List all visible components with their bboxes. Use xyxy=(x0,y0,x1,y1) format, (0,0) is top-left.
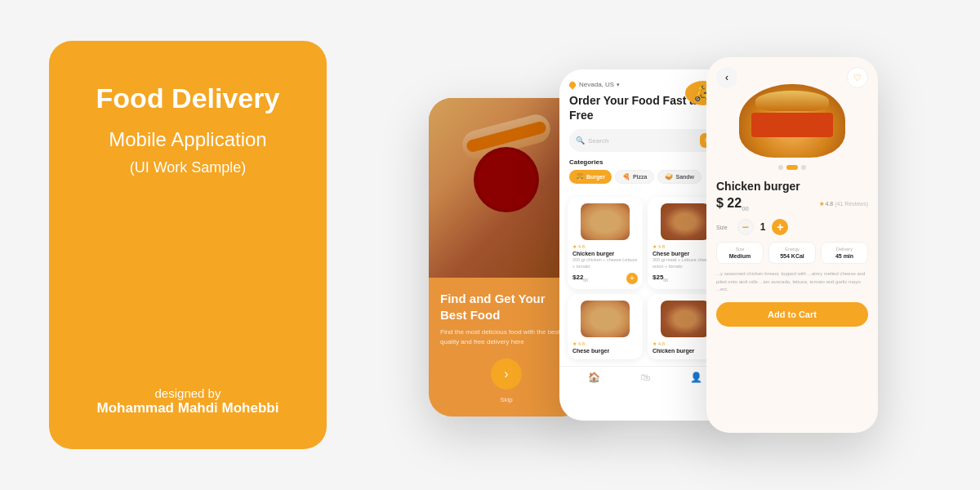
product-price: $ 2200 xyxy=(716,196,749,212)
product-content: Chicken burger $ 2200 ★ 4.8 (41 Reviews)… xyxy=(706,173,878,333)
category-pizza[interactable]: 🍕 Pizza xyxy=(615,170,655,184)
food-card-1: ★ 4.8 Chicken burger 200 gr chicken + ch… xyxy=(568,197,643,288)
food-image-1 xyxy=(581,203,630,240)
chevron-left-icon: ‹ xyxy=(725,72,728,83)
profile-nav-icon[interactable]: 👤 xyxy=(690,372,702,383)
size-spec-label: Size xyxy=(720,247,760,252)
image-dots-indicator xyxy=(706,165,878,170)
onboarding-description: Find the most delicious food with the be… xyxy=(440,327,572,347)
food-name-1: Chicken burger xyxy=(572,251,638,256)
designed-by-label: designed by xyxy=(97,386,279,400)
phone-menu: Nevada, US ▾ Order Your Food Fast and Fr… xyxy=(559,69,731,421)
location-pin-icon xyxy=(568,80,577,89)
quantity-value: 1 xyxy=(760,221,766,233)
delivery-spec-label: Delivery xyxy=(825,247,864,252)
burger-cat-icon: 🍔 xyxy=(576,173,584,180)
quantity-row: Size − 1 + xyxy=(716,219,868,235)
food-rating-3: ★ 4.8 xyxy=(572,341,638,346)
burger-label: Burger xyxy=(586,174,605,180)
energy-spec-label: Energy xyxy=(773,247,812,252)
favorite-button[interactable]: ♡ xyxy=(847,67,868,88)
food-grid: ★ 4.8 Chicken burger 200 gr chicken + ch… xyxy=(559,197,731,365)
food-rating-1: ★ 4.8 xyxy=(572,243,638,249)
search-placeholder: Search xyxy=(588,137,700,145)
specs-row: Size Medium Energy 554 KCal Delivery 45 … xyxy=(716,242,868,264)
dot-2-active xyxy=(786,165,798,170)
dot-3 xyxy=(801,165,806,170)
pizza-cat-icon: 🍕 xyxy=(622,173,630,180)
product-name: Chicken burger xyxy=(716,180,868,193)
search-icon: 🔍 xyxy=(576,136,585,145)
bowl-decoration xyxy=(474,147,539,212)
category-sandwich[interactable]: 🥪 Sandw xyxy=(657,170,702,184)
pizza-label: Pizza xyxy=(633,174,648,180)
categories-label: Categories xyxy=(569,158,721,166)
quantity-increase-button[interactable]: + xyxy=(772,219,788,235)
search-bar[interactable]: 🔍 Search ⊞ xyxy=(569,129,721,152)
location-text: Nevada, US xyxy=(579,81,614,88)
add-to-cart-button[interactable]: Add to Cart xyxy=(716,302,868,327)
app-subtitle: Mobile Application xyxy=(96,128,280,151)
energy-spec: Energy 554 KCal xyxy=(768,242,816,264)
bag-nav-icon[interactable]: 🛍 xyxy=(640,372,650,383)
left-card: Food Delivery Mobile Application (UI Wor… xyxy=(49,41,327,449)
review-count: (41 Reviews) xyxy=(835,201,868,207)
food-price-2: $2500 xyxy=(653,274,668,283)
size-spec-value: Medium xyxy=(720,253,760,259)
designer-info: designed by Mohammad Mahdi Mohebbi xyxy=(97,386,279,416)
rating-star-icon: ★ xyxy=(819,201,824,207)
delivery-spec-value: 45 min xyxy=(825,253,864,259)
food-price-row-1: $2200 + xyxy=(572,273,638,284)
categories-row: 🍔 Burger 🍕 Pizza 🥪 Sandw xyxy=(569,170,721,184)
rating-value: 4.8 xyxy=(825,201,833,207)
dot-1 xyxy=(778,165,783,170)
skip-button[interactable]: Skip xyxy=(440,396,572,403)
app-title: Food Delivery xyxy=(96,82,280,115)
sandwich-cat-icon: 🥪 xyxy=(665,173,673,180)
food-desc-1: 200 gr chicken + cheese Lettuce + tomato xyxy=(572,257,638,270)
sandwich-label: Sandw xyxy=(675,174,694,180)
food-image-4 xyxy=(661,301,710,337)
app-note: (UI Work Sample) xyxy=(96,159,280,176)
next-button[interactable]: › xyxy=(491,359,522,390)
add-food-1-button[interactable]: + xyxy=(626,273,638,284)
left-card-top: Food Delivery Mobile Application (UI Wor… xyxy=(96,82,280,176)
food-image-2 xyxy=(661,203,710,240)
bottom-nav: 🏠 🛍 👤 xyxy=(559,366,731,388)
quantity-decrease-button[interactable]: − xyxy=(737,219,754,235)
food-image-3 xyxy=(581,301,630,337)
product-hero-image xyxy=(735,80,849,162)
phones-container: Find and Get Your Best Food Find the mos… xyxy=(327,0,980,490)
onboarding-headline: Find and Get Your Best Food xyxy=(440,291,572,323)
menu-header: Nevada, US ▾ Order Your Food Fast and Fr… xyxy=(559,69,731,197)
heart-icon: ♡ xyxy=(853,73,862,83)
product-rating: ★ 4.8 (41 Reviews) xyxy=(819,201,869,207)
energy-spec-value: 554 KCal xyxy=(773,253,812,259)
phone-product: ‹ ♡ Chicken burger $ 2200 ★ 4.8 (41 Revi… xyxy=(706,57,878,433)
size-label: Size xyxy=(716,225,728,230)
home-nav-icon[interactable]: 🏠 xyxy=(588,372,600,383)
arrow-right-icon: › xyxy=(504,367,508,381)
size-spec: Size Medium xyxy=(716,242,764,264)
food-name-3: Chese burger xyxy=(572,348,638,354)
designer-name: Mohammad Mahdi Mohebbi xyxy=(97,400,279,416)
delivery-spec: Delivery 45 min xyxy=(821,242,868,264)
burger-illustration xyxy=(739,84,845,158)
product-price-row: $ 2200 ★ 4.8 (41 Reviews) xyxy=(716,196,868,212)
dropdown-arrow-icon[interactable]: ▾ xyxy=(617,82,620,88)
product-description: ...y seasoned chicken breast, topped wit… xyxy=(716,270,868,294)
food-card-3: ★ 4.8 Chese burger xyxy=(568,294,643,359)
food-price-1: $2200 xyxy=(572,274,588,283)
category-burger[interactable]: 🍔 Burger xyxy=(569,170,612,184)
